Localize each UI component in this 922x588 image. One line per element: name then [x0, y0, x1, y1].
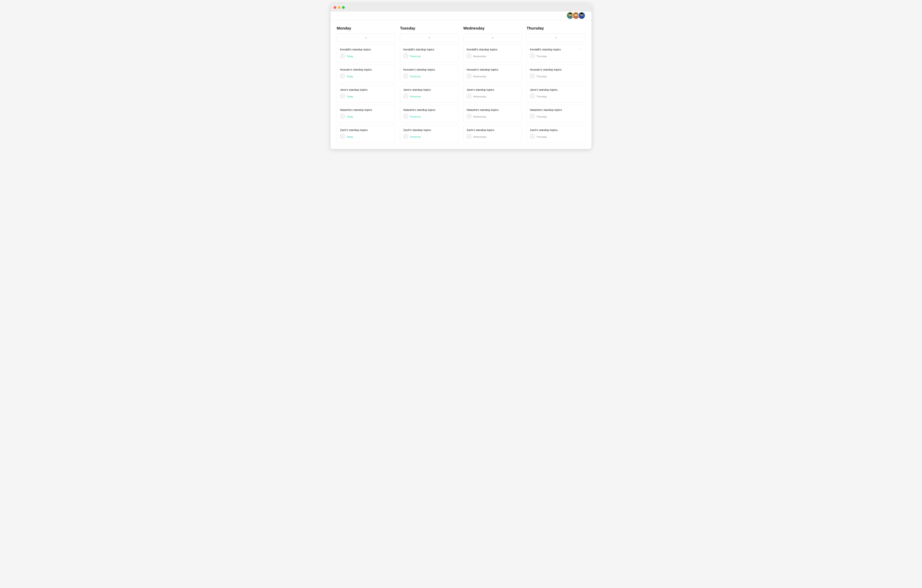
task-card-k-mon[interactable]: Kendall's standup topics Today: [337, 44, 396, 62]
board-grid: Monday+Kendall's standup topics TodayHus…: [337, 26, 585, 143]
task-card-z-thu[interactable]: Zach's standup topics Thursday: [526, 125, 585, 143]
task-title: Natasha's standup topics: [403, 108, 455, 111]
person-icon: [403, 114, 408, 119]
task-date: Wednesday: [473, 115, 486, 118]
add-task-button-thursday[interactable]: +: [526, 34, 585, 42]
svg-point-33: [468, 54, 470, 56]
task-date: Wednesday: [473, 136, 486, 138]
person-icon: [530, 53, 535, 59]
task-card-z-wed[interactable]: Zach's standup topics Wednesday: [463, 125, 522, 143]
task-card-j-tue[interactable]: Jane's standup topics Tomorrow: [400, 85, 459, 103]
task-title: Hussain's standup topics: [530, 68, 582, 71]
add-task-button-wednesday[interactable]: +: [463, 34, 522, 42]
task-card-j-thu[interactable]: Jane's standup topics Thursday: [526, 85, 585, 103]
svg-point-39: [468, 115, 470, 116]
task-card-n-mon[interactable]: Natasha's standup topics Today: [337, 105, 396, 123]
task-date: Thursday: [536, 115, 547, 118]
column-header-tuesday: Tuesday: [400, 26, 459, 31]
svg-point-13: [342, 54, 343, 56]
task-title: Natasha's standup topics: [530, 108, 582, 111]
task-card-j-mon[interactable]: Jane's standup topics Today: [337, 85, 396, 103]
person-icon: [467, 134, 472, 140]
task-date: Thursday: [536, 95, 547, 98]
task-date: Today: [347, 95, 353, 98]
person-icon: [530, 134, 535, 140]
task-meta: Tomorrow: [403, 53, 455, 59]
task-meta: Wednesday: [467, 93, 519, 100]
person-icon: [340, 114, 345, 119]
task-date: Today: [347, 55, 353, 58]
task-card-z-tue[interactable]: Zach's standup topics Tomorrow: [400, 125, 459, 143]
task-card-j-wed[interactable]: Jane's standup topics Wednesday: [463, 85, 522, 103]
task-title: Jane's standup topics: [467, 88, 519, 91]
task-title: Hussain's standup topics: [403, 68, 455, 71]
task-title: Kendall's standup topics: [530, 48, 582, 51]
task-meta: Today: [340, 134, 392, 140]
task-title: Zach's standup topics: [467, 128, 519, 132]
task-title: Zach's standup topics: [340, 128, 392, 132]
task-date: Tomorrow: [410, 75, 421, 78]
main-content: Monday+Kendall's standup topics TodayHus…: [330, 20, 592, 149]
avatar-user3[interactable]: [578, 12, 585, 19]
task-card-h-thu[interactable]: Hussain's standup topics Thursday: [526, 65, 585, 82]
task-card-n-thu[interactable]: Natasha's standup topics Thursday: [526, 105, 585, 123]
task-card-n-tue[interactable]: Natasha's standup topics Tomorrow: [400, 105, 459, 123]
task-title: Jane's standup topics: [530, 88, 582, 91]
task-meta: Tomorrow: [403, 134, 455, 140]
svg-point-21: [342, 135, 343, 137]
add-task-button-tuesday[interactable]: +: [400, 34, 459, 42]
svg-point-27: [405, 95, 407, 96]
task-title: Hussain's standup topics: [467, 68, 519, 71]
avatar-group: [567, 12, 585, 19]
minimize-button[interactable]: [338, 6, 340, 9]
svg-point-35: [468, 75, 470, 76]
task-card-k-tue[interactable]: Kendall's standup topics Tomorrow: [400, 44, 459, 62]
person-icon: [340, 74, 345, 79]
task-date: Wednesday: [473, 75, 486, 78]
svg-point-31: [405, 135, 407, 137]
column-thursday: Thursday+···Kendall's standup topics Thu…: [526, 26, 585, 143]
column-header-wednesday: Wednesday: [463, 26, 522, 31]
header: [330, 11, 592, 20]
more-menu-icon[interactable]: ···: [579, 47, 583, 51]
task-meta: Thursday: [530, 114, 582, 119]
svg-point-23: [405, 54, 407, 56]
app-window: Monday+Kendall's standup topics TodayHus…: [330, 4, 592, 149]
svg-point-11: [580, 13, 583, 15]
task-card-h-mon[interactable]: Hussain's standup topics Today: [337, 65, 396, 82]
task-title: Hussain's standup topics: [340, 68, 392, 71]
task-card-h-tue[interactable]: Hussain's standup topics Tomorrow: [400, 65, 459, 82]
task-meta: Today: [340, 53, 392, 59]
task-card-z-mon[interactable]: Zach's standup topics Today: [337, 125, 396, 143]
column-wednesday: Wednesday+Kendall's standup topics Wedne…: [463, 26, 522, 143]
task-meta: Wednesday: [467, 53, 519, 59]
add-task-button-monday[interactable]: +: [337, 34, 396, 42]
task-card-n-wed[interactable]: Natasha's standup topics Wednesday: [463, 105, 522, 123]
column-monday: Monday+Kendall's standup topics TodayHus…: [337, 26, 396, 143]
task-title: Kendall's standup topics: [467, 48, 519, 51]
task-card-k-wed[interactable]: Kendall's standup topics Wednesday: [463, 44, 522, 62]
task-card-h-wed[interactable]: Hussain's standup topics Wednesday: [463, 65, 522, 82]
svg-point-29: [405, 115, 407, 116]
close-button[interactable]: [333, 6, 336, 9]
svg-point-37: [468, 95, 470, 96]
task-meta: Thursday: [530, 74, 582, 79]
svg-point-41: [468, 135, 470, 137]
task-date: Tomorrow: [410, 95, 421, 98]
task-date: Tomorrow: [410, 115, 421, 118]
svg-point-45: [531, 75, 533, 76]
task-title: Natasha's standup topics: [340, 108, 392, 111]
task-card-k-thu[interactable]: ···Kendall's standup topics Thursday: [526, 44, 585, 62]
task-date: Thursday: [536, 136, 547, 138]
task-title: Natasha's standup topics: [467, 108, 519, 111]
task-meta: Tomorrow: [403, 114, 455, 119]
titlebar: [330, 4, 592, 11]
task-meta: Today: [340, 93, 392, 100]
person-icon: [467, 74, 472, 79]
svg-point-51: [531, 135, 533, 137]
task-meta: Wednesday: [467, 134, 519, 140]
task-date: Today: [347, 115, 353, 118]
svg-point-43: [531, 54, 533, 56]
maximize-button[interactable]: [342, 6, 345, 9]
person-icon: [403, 93, 408, 100]
